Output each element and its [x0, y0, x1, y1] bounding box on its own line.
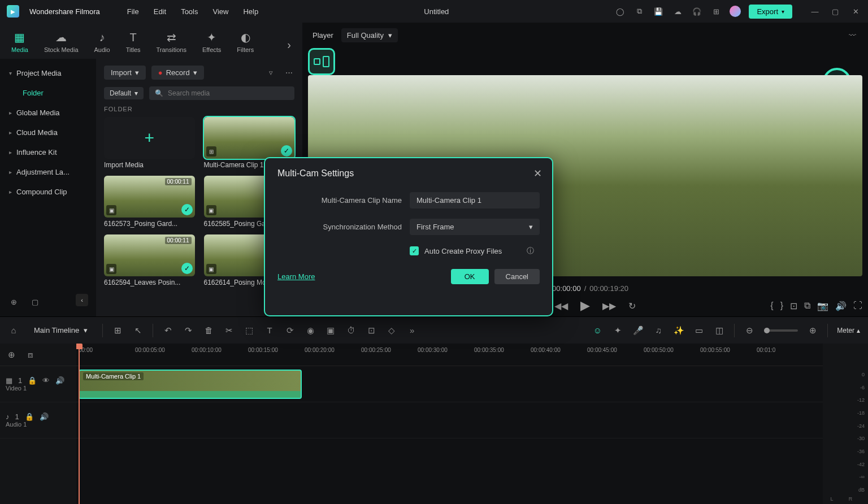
maximize-icon[interactable]: ▢ [830, 6, 841, 17]
loop-icon[interactable]: ↻ [628, 301, 636, 311]
sync-method-dropdown[interactable]: First Frame▾ [410, 219, 540, 235]
menu-edit[interactable]: Edit [154, 7, 166, 16]
clip-name-input[interactable]: Multi-Camera Clip 1 [410, 192, 540, 208]
magnet-icon[interactable]: ⧈ [25, 350, 36, 360]
prev-frame-icon[interactable]: ◀◀ [554, 301, 568, 311]
snapshot-icon[interactable]: 📷 [817, 301, 828, 311]
quality-dropdown[interactable]: Full Quality▾ [341, 28, 398, 42]
crop-icon[interactable]: ⬚ [244, 325, 255, 336]
sidebar-compound-clip[interactable]: ▸Compound Clip [0, 182, 96, 202]
import-media-tile[interactable]: + Import Media [104, 117, 195, 169]
mute-icon[interactable]: 🔊 [40, 412, 49, 421]
sidebar-adjustment-layer[interactable]: ▸Adjustment La... [0, 162, 96, 182]
timeline-tracks[interactable]: 00:00 00:00:05:00 00:00:10:00 00:00:15:0… [76, 344, 823, 504]
tab-transitions[interactable]: ⇄Transitions [157, 31, 186, 59]
video-track[interactable]: Multi-Camera Clip 1 [76, 366, 823, 402]
menu-file[interactable]: File [127, 7, 139, 16]
cursor-icon[interactable]: ↖ [132, 325, 144, 336]
learn-more-link[interactable]: Learn More [277, 272, 315, 281]
cloud-icon[interactable]: ☁ [672, 6, 683, 17]
filter-icon[interactable]: ▿ [265, 67, 276, 79]
sidebar-global-media[interactable]: ▸Global Media [0, 103, 96, 123]
modal-close-icon[interactable]: ✕ [533, 167, 542, 180]
info-icon[interactable]: ⓘ [524, 245, 536, 257]
headphone-icon[interactable]: 🎧 [691, 6, 702, 17]
proxy-checkbox[interactable]: ✓ [410, 246, 419, 255]
track-add-icon[interactable]: ⊕ [6, 350, 17, 360]
tabs-more-icon[interactable]: › [287, 38, 291, 51]
more-icon[interactable]: » [406, 325, 418, 335]
cut-icon[interactable]: ✂ [223, 325, 235, 336]
bracket-open-icon[interactable]: { [770, 301, 773, 311]
sidebar-influence-kit[interactable]: ▸Influence Kit [0, 142, 96, 162]
fullscreen-icon[interactable]: ⛶ [853, 301, 862, 311]
frame-icon[interactable]: ◫ [714, 325, 725, 336]
zoom-out-icon[interactable]: ⊖ [744, 325, 755, 336]
folder-icon[interactable]: ▢ [29, 296, 41, 307]
menu-view[interactable]: View [212, 7, 228, 16]
media-clip[interactable]: 00:00:11▣✓ 6162594_Leaves Posin... [104, 234, 195, 286]
music-icon[interactable]: ♫ [653, 325, 664, 335]
tab-media[interactable]: ▦Media [11, 31, 28, 59]
lock-icon[interactable]: 🔒 [25, 412, 34, 421]
zoom-slider[interactable] [764, 329, 798, 332]
lock-icon[interactable]: 🔒 [28, 376, 37, 385]
volume-icon[interactable]: 🔊 [835, 301, 847, 311]
save-icon[interactable]: 💾 [653, 6, 664, 17]
sidebar-collapse-button[interactable]: ‹ [76, 294, 88, 306]
undo-icon[interactable]: ↶ [162, 325, 173, 336]
audio-track-head[interactable]: ♪1🔒🔊 Audio 1 [0, 402, 76, 438]
playhead[interactable] [79, 344, 80, 504]
text-icon[interactable]: T [264, 325, 275, 335]
eye-icon[interactable]: 👁 [42, 376, 50, 385]
video-track-head[interactable]: ▦1🔒👁🔊 Video 1 [0, 366, 76, 402]
tag-icon[interactable]: ◇ [386, 325, 397, 336]
redo-icon[interactable]: ↷ [183, 325, 194, 336]
waveform-icon[interactable]: 〰 [847, 30, 858, 41]
folder-add-icon[interactable]: ⊕ [8, 296, 19, 307]
magic-icon[interactable]: ✨ [673, 325, 684, 336]
timer-icon[interactable]: ⏱ [345, 325, 357, 335]
bracket-close-icon[interactable]: } [780, 301, 783, 311]
apps-icon[interactable]: ⊞ [710, 6, 722, 17]
tab-titles[interactable]: TTitles [126, 31, 141, 59]
ai-icon[interactable]: ☺ [592, 325, 603, 335]
avatar-icon[interactable] [730, 6, 741, 17]
color-icon[interactable]: ◉ [305, 325, 316, 336]
next-frame-icon[interactable]: ▶▶ [602, 301, 616, 311]
minimize-icon[interactable]: — [809, 6, 821, 17]
speed-icon[interactable]: ⟳ [284, 325, 296, 336]
display-icon[interactable]: ⧉ [633, 6, 645, 17]
marker-icon[interactable]: ⊡ [366, 325, 377, 336]
delete-icon[interactable]: 🗑 [203, 325, 214, 335]
tab-stock-media[interactable]: ☁Stock Media [44, 31, 79, 59]
record-button[interactable]: Record▾ [151, 66, 204, 80]
sidebar-folder[interactable]: Folder [0, 83, 96, 103]
aspect-icon[interactable]: ▭ [693, 325, 705, 336]
zoom-in-icon[interactable]: ⊕ [807, 325, 818, 336]
sort-dropdown[interactable]: Default▾ [104, 87, 144, 99]
display-icon[interactable]: ⧉ [804, 301, 810, 311]
media-clip[interactable]: 00:00:11▣✓ 6162573_Posing Gard... [104, 176, 195, 228]
mark-icon[interactable]: ⊡ [790, 301, 797, 311]
grid-icon[interactable]: ⊞ [112, 325, 123, 336]
tab-audio[interactable]: ♪Audio [94, 31, 110, 59]
effect-icon[interactable]: ✦ [612, 325, 623, 336]
audio-track[interactable] [76, 402, 823, 438]
search-input[interactable]: 🔍Search media [149, 86, 294, 100]
ok-button[interactable]: OK [451, 269, 489, 284]
main-timeline-dropdown[interactable]: Main Timeline▾ [28, 320, 93, 340]
more-icon[interactable]: ⋯ [283, 67, 294, 79]
mask-icon[interactable]: ▣ [325, 325, 336, 336]
close-icon[interactable]: ✕ [850, 6, 861, 17]
record-status-icon[interactable]: ◯ [614, 6, 626, 17]
sidebar-cloud-media[interactable]: ▸Cloud Media [0, 123, 96, 142]
mic-icon[interactable]: 🎤 [632, 325, 644, 336]
play-icon[interactable]: ▶ [580, 298, 590, 313]
mute-icon[interactable]: 🔊 [55, 376, 64, 385]
menu-tools[interactable]: Tools [181, 7, 198, 16]
cancel-button[interactable]: Cancel [494, 269, 540, 284]
sidebar-project-media[interactable]: ▾Project Media [0, 63, 96, 83]
layout-button[interactable] [308, 48, 335, 75]
home-icon[interactable]: ⌂ [8, 325, 19, 335]
